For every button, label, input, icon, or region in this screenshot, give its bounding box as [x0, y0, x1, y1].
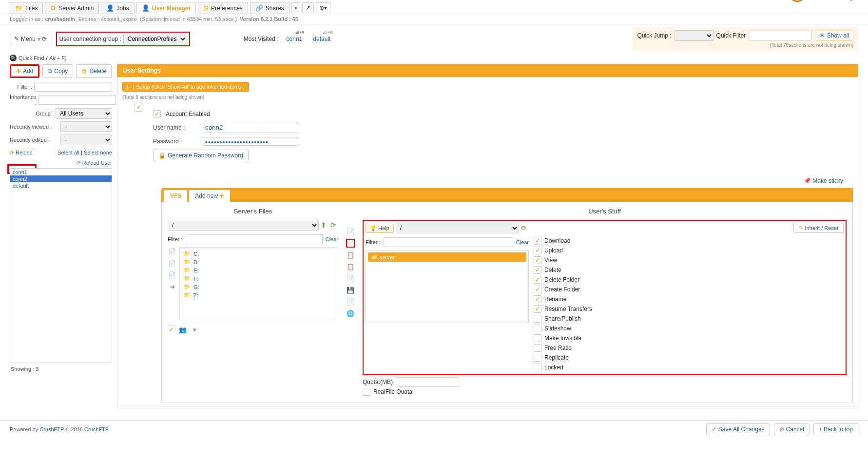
- refresh-icon[interactable]: ⟳: [521, 224, 529, 232]
- globe-icon[interactable]: 🌐: [346, 309, 355, 318]
- user-filter-input[interactable]: [384, 237, 513, 247]
- cancel-button[interactable]: ⊘Cancel: [774, 423, 810, 435]
- perm-checkbox[interactable]: [534, 295, 541, 303]
- status-version: Version 8.2.1 Build : 65: [240, 16, 298, 22]
- check-toggle[interactable]: [168, 326, 175, 333]
- back-to-top-button[interactable]: ↑Back to top: [813, 423, 858, 435]
- perm-checkbox[interactable]: [534, 334, 541, 342]
- show-all-button[interactable]: 👁 Show all: [815, 31, 853, 40]
- copy-button[interactable]: ⧉Copy: [42, 64, 73, 78]
- tool-icon[interactable]: 📄: [168, 247, 176, 256]
- tab-mini-3[interactable]: ⊕▾: [316, 2, 330, 13]
- tab-shares[interactable]: 🔗Shares: [250, 2, 289, 14]
- crushftp-link[interactable]: CrushFTP: [84, 426, 109, 432]
- tab-mini-1[interactable]: ▪: [291, 2, 300, 13]
- connection-group-select[interactable]: ConnectionProfiles: [123, 34, 187, 44]
- save-all-button[interactable]: ✓Save All Changes: [706, 423, 770, 435]
- group-select[interactable]: All Users: [56, 108, 112, 119]
- help-button[interactable]: 💡Help: [366, 224, 394, 233]
- select-none-link[interactable]: Select none: [84, 150, 112, 155]
- perm-checkbox[interactable]: [534, 364, 541, 371]
- tab-mini-2[interactable]: ↗: [302, 2, 314, 13]
- drive-item[interactable]: 📁Z:: [182, 291, 336, 299]
- perm-checkbox[interactable]: [534, 305, 541, 313]
- perm-checkbox[interactable]: [534, 276, 541, 284]
- select-all-link[interactable]: Select all: [58, 150, 79, 155]
- drive-item[interactable]: 📁F:: [182, 274, 336, 283]
- reload-link[interactable]: ⟳ Reload: [10, 150, 33, 156]
- menu-button[interactable]: ✎ Menu ▿ ⟳: [10, 34, 51, 44]
- clear-link[interactable]: Clear: [326, 236, 338, 242]
- server-path-select[interactable]: /: [168, 220, 319, 230]
- list-item[interactable]: conn1: [10, 169, 112, 175]
- drive-item[interactable]: 📁G:: [182, 283, 336, 291]
- delete-button[interactable]: 🗑Delete: [76, 64, 112, 78]
- tab-user-manager[interactable]: 👤User Manager: [136, 2, 196, 14]
- list-item[interactable]: default: [10, 182, 112, 189]
- quick-filter-input[interactable]: [749, 31, 812, 40]
- perm-checkbox[interactable]: [534, 256, 541, 264]
- section-checkbox[interactable]: [135, 103, 143, 112]
- tab-server-admin[interactable]: ⚙Server Admin: [45, 2, 99, 14]
- perm-checkbox[interactable]: [534, 286, 541, 293]
- transfer-icon[interactable]: 📄: [346, 227, 355, 236]
- drive-item[interactable]: 📁D:: [182, 258, 336, 266]
- recently-viewed-select[interactable]: -: [60, 121, 112, 132]
- tool-icon[interactable]: 📄: [168, 270, 176, 279]
- tab-files[interactable]: 📁Files: [10, 2, 43, 14]
- chevron-down-icon[interactable]: ▾: [190, 325, 199, 334]
- drive-item[interactable]: 📁E:: [182, 266, 336, 274]
- generate-password-button[interactable]: 🔒Generate Random Password: [153, 150, 249, 161]
- transfer-icon[interactable]: 📄: [346, 239, 355, 248]
- perm-checkbox[interactable]: [534, 315, 541, 323]
- perm-checkbox[interactable]: [534, 266, 541, 274]
- toolbar-row: ✎ Menu ▿ ⟳ User connection group : Conne…: [0, 24, 868, 54]
- account-enabled-checkbox[interactable]: [153, 110, 161, 118]
- tool-icon[interactable]: 📄: [168, 259, 176, 268]
- username-input[interactable]: [202, 122, 299, 133]
- perm-checkbox[interactable]: [534, 354, 541, 362]
- quick-jump-select[interactable]: [675, 30, 714, 41]
- vfs-tab[interactable]: VFS: [164, 190, 187, 202]
- list-item[interactable]: conn2: [10, 175, 112, 182]
- most-visited-default[interactable]: alt+6default: [310, 35, 333, 43]
- inherit-input[interactable]: [38, 95, 116, 105]
- password-input[interactable]: ••••••••••••••••••••••: [202, 137, 299, 146]
- perm-checkbox[interactable]: [534, 325, 541, 332]
- transfer-icon[interactable]: 💾: [346, 286, 355, 294]
- setup-toggle[interactable]: [ - ] Setup (Click 'Show All' to see inh…: [122, 82, 249, 92]
- most-visited-conn1[interactable]: alt+5conn1: [284, 35, 306, 43]
- drive-item[interactable]: 📁C:: [182, 250, 336, 258]
- transfer-icon[interactable]: 📋: [346, 250, 355, 259]
- filter-label: Filter :: [168, 236, 183, 242]
- perm-checkbox[interactable]: [534, 237, 541, 245]
- add-button[interactable]: ✚Add: [10, 64, 39, 78]
- refresh-icon[interactable]: ⟳: [330, 221, 338, 229]
- server-folder-item[interactable]: 📁server: [368, 252, 526, 262]
- quota-input[interactable]: [396, 377, 459, 387]
- server-file-list[interactable]: 📁C: 📁D: 📁E: 📁F: 📁G: 📁Z:: [179, 247, 338, 320]
- transfer-icon[interactable]: 📄: [346, 297, 355, 306]
- perm-checkbox[interactable]: [534, 247, 541, 254]
- tab-jobs[interactable]: 👤Jobs: [101, 2, 134, 14]
- user-stuff-list[interactable]: 📁server: [366, 250, 529, 323]
- tab-preferences[interactable]: ⊞Preferences: [198, 2, 248, 14]
- perm-checkbox[interactable]: [534, 344, 541, 352]
- inherit-reset-button[interactable]: ✎Inherit / Reset: [793, 223, 844, 233]
- make-sticky-link[interactable]: 📌 Make sticky: [804, 177, 843, 184]
- user-path-select[interactable]: /: [396, 223, 519, 233]
- recently-edited-select[interactable]: -: [60, 134, 112, 145]
- reload-user-link[interactable]: ⟳ Reload User: [77, 160, 112, 166]
- crushftp-link[interactable]: CrushFTP: [39, 426, 64, 432]
- transfer-icon[interactable]: 📋: [346, 262, 355, 271]
- filter-input[interactable]: [34, 82, 112, 92]
- user-list[interactable]: conn1 conn2 default: [10, 168, 112, 363]
- server-filter-input[interactable]: [186, 234, 323, 244]
- transfer-icon[interactable]: 📄: [346, 274, 355, 283]
- realfile-checkbox[interactable]: [363, 388, 370, 396]
- user-icon[interactable]: 👥: [178, 325, 187, 334]
- down-arrow-icon[interactable]: ➜: [168, 282, 176, 291]
- up-icon[interactable]: ⬆: [321, 221, 328, 229]
- clear-link[interactable]: Clear: [516, 239, 529, 245]
- add-new-tab[interactable]: Add new ✚: [189, 190, 230, 202]
